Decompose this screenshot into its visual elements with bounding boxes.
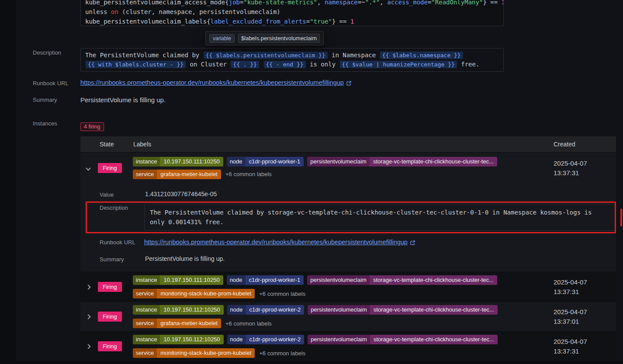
- label-chip-persistentvolumeclaim: persistentvolumeclaimstorage-vc-template…: [307, 275, 497, 285]
- detail-runbook-url-text: https://runbooks.prometheus-operator.dev…: [144, 239, 408, 246]
- variable-type-badge: variable: [209, 34, 235, 43]
- created-timestamp: 2025-04-0713:37:31: [545, 332, 616, 361]
- label-chip-node: nodec1dr-pprod-worker-1: [227, 157, 304, 166]
- query-token: "kube-state-metrics": [243, 0, 317, 6]
- query-token: =~: [358, 0, 365, 6]
- label-key: service: [133, 348, 157, 358]
- header-state: State: [98, 141, 132, 148]
- label-key: instance: [133, 275, 160, 285]
- labels-cell: instance10.197.150.112:10250nodec1dr-ppr…: [132, 302, 545, 331]
- label-key: instance: [133, 335, 160, 344]
- detail-value-label: Value: [100, 191, 144, 198]
- query-token: job: [229, 0, 240, 6]
- query-token: "true": [310, 18, 332, 25]
- template-variable-chip: {{ . }}: [231, 61, 259, 68]
- instance-row-3: Firinginstance10.197.150.112:10250nodec1…: [80, 302, 616, 331]
- label-key: instance: [133, 305, 160, 315]
- variable-name-code: $labels.persistentvolumeclaim: [238, 34, 320, 43]
- query-token: ,: [380, 0, 387, 6]
- query-token: 1: [502, 0, 504, 6]
- expand-chevron-icon[interactable]: [86, 314, 90, 319]
- common-labels-count: +6 common labels: [225, 320, 272, 327]
- external-link-icon: [410, 240, 415, 246]
- detail-runbook-label: Runbook URL: [100, 238, 144, 246]
- instances-field-label: Instances: [33, 120, 57, 127]
- label-key: instance: [133, 157, 160, 166]
- template-text: [260, 61, 263, 68]
- template-variable-chip: {{ - end }}: [264, 61, 306, 68]
- labels-cell: instance10.197.150.112:10250nodec1dr-ppr…: [132, 332, 545, 361]
- label-chip-instance: instance10.197.150.111:10250: [133, 157, 223, 166]
- firing-count-badge: 4 firing: [80, 122, 104, 131]
- label-value: storage-vc-template-chi-clickhouse-clust…: [370, 335, 498, 344]
- left-edge-strip: [0, 0, 16, 364]
- label-value: monitoring-stack-kube-prom-kubelet: [157, 289, 255, 298]
- label-key: persistentvolumeclaim: [307, 157, 370, 166]
- label-value: storage-vc-template-chi-clickhouse-clust…: [370, 275, 497, 285]
- instances-table: State Labels Created Firinginstance10.19…: [80, 136, 616, 361]
- query-token: (cluster, namespace, persistentvolumecla…: [118, 8, 280, 15]
- summary-text: PersistentVolume is filling up.: [80, 96, 166, 104]
- runbook-url-link[interactable]: https://runbooks.prometheus-operator.dev…: [80, 79, 352, 86]
- label-chip-persistentvolumeclaim: persistentvolumeclaimstorage-vc-template…: [308, 305, 498, 315]
- created-timestamp: 2025-04-0713:37:31: [545, 153, 616, 184]
- label-key: node: [227, 275, 246, 285]
- common-labels-count: +6 common labels: [259, 291, 305, 297]
- instances-table-header: State Labels Created: [80, 136, 616, 152]
- label-chip-service: servicegrafana-metier-kubelet: [133, 170, 221, 179]
- label-key: node: [227, 335, 246, 344]
- common-labels-count: +6 common labels: [259, 350, 305, 357]
- collapse-chevron-icon[interactable]: [86, 166, 90, 170]
- label-key: node: [227, 157, 246, 166]
- query-token: unless: [85, 8, 111, 15]
- expand-chevron-icon[interactable]: [86, 284, 90, 289]
- label-value: 10.197.150.112:10250: [160, 335, 223, 344]
- label-key: persistentvolumeclaim: [307, 275, 370, 285]
- instance-row-1: Firinginstance10.197.150.111:10250nodec1…: [80, 152, 616, 184]
- label-value: 10.197.150.112:10250: [160, 305, 223, 315]
- label-chip-persistentvolumeclaim: persistentvolumeclaimstorage-vc-template…: [308, 335, 498, 344]
- label-key: service: [133, 289, 157, 298]
- label-value: c1dr-pprod-worker-2: [246, 305, 305, 315]
- expand-chevron-icon[interactable]: [86, 344, 90, 349]
- header-labels: Labels: [132, 141, 545, 148]
- label-value: c1dr-pprod-worker-2: [246, 335, 305, 344]
- query-token: on: [111, 8, 118, 15]
- state-badge: Firing: [98, 282, 122, 292]
- runbook-url-field-label: Runbook URL: [33, 80, 69, 87]
- label-key: persistentvolumeclaim: [308, 335, 370, 344]
- label-value: 10.197.150.111:10250: [160, 157, 223, 166]
- label-key: service: [133, 170, 157, 179]
- external-link-icon: [346, 80, 352, 86]
- query-token: namespace: [325, 0, 358, 6]
- label-value: c1dr-pprod-worker-1: [246, 275, 304, 285]
- label-chip-instance: instance10.197.150.112:10250: [133, 305, 224, 315]
- detail-runbook-link[interactable]: https://runbooks.prometheus-operator.dev…: [144, 239, 415, 246]
- query-line-unless: unless on (cluster, namespace, persisten…: [85, 7, 499, 17]
- header-created: Created: [545, 141, 616, 148]
- detail-summary-label: Summary: [100, 255, 144, 263]
- query-token: "ReadOnlyMany": [431, 0, 483, 6]
- label-value: 10.197.150.111:10250: [160, 275, 223, 285]
- labels-cell: instance10.197.150.111:10250nodec1dr-ppr…: [132, 153, 545, 184]
- label-chip-node: nodec1dr-pprod-worker-2: [227, 305, 305, 315]
- template-variable-chip: {{ $value | humanizePercentage }}: [340, 61, 457, 68]
- query-token: } ==: [483, 0, 501, 6]
- common-labels-count: +6 common labels: [225, 171, 272, 177]
- label-chip-service: servicemonitoring-stack-kube-prom-kubele…: [133, 289, 255, 298]
- created-timestamp: 2025-04-0713:37:01: [545, 302, 616, 331]
- query-token: label_excluded_from_alerts: [211, 18, 306, 25]
- label-value: storage-vc-template-chi-clickhouse-clust…: [370, 305, 498, 315]
- rendered-description-box: The PersistentVolume claimed by storage-…: [144, 204, 615, 231]
- label-value: c1dr-pprod-worker-1: [246, 157, 304, 166]
- template-variable-chip: {{ $labels.namespace }}: [380, 52, 463, 59]
- annotation-red-tick: [620, 209, 622, 226]
- runbook-url-text: https://runbooks.prometheus-operator.dev…: [80, 79, 344, 86]
- state-badge: Firing: [98, 312, 122, 322]
- template-text: is only: [306, 61, 339, 68]
- label-chip-instance: instance10.197.150.111:10250: [133, 275, 223, 285]
- template-variable-chip: {{ $labels.persistentvolumeclaim }}: [204, 52, 328, 59]
- state-badge: Firing: [98, 163, 122, 173]
- description-field-label: Description: [33, 49, 61, 56]
- variable-tooltip: variable $labels.persistentvolumeclaim: [205, 31, 324, 45]
